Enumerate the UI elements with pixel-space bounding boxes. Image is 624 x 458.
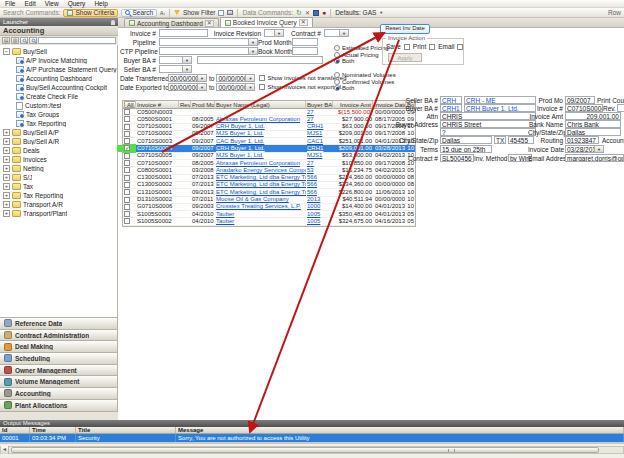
grid-header-prod-mo[interactable]: Prod Mo <box>191 101 215 109</box>
radio-icon[interactable] <box>334 79 340 85</box>
date-transferred-from-input[interactable]: 00/00/0000 <box>168 74 198 82</box>
show-not-exported-checkbox[interactable] <box>259 84 265 90</box>
tree-folder-netting[interactable]: +Netting <box>0 164 117 173</box>
show-filter-label[interactable]: Show Filter <box>183 9 216 16</box>
buyer-name-link[interactable]: ETC Marketing, Ltd dba Energy Transfer <box>216 189 306 195</box>
refresh-icon[interactable]: ↻ <box>296 10 302 16</box>
tree-folder-tax-reporting[interactable]: +Tax Reporting <box>0 191 117 200</box>
row-checkbox[interactable] <box>124 211 130 217</box>
chevron-down-icon[interactable]: ▼ <box>198 83 207 91</box>
tree-folder-s-j[interactable]: +S/J <box>0 173 117 182</box>
menu-item-view[interactable]: View <box>45 0 59 7</box>
search-button[interactable]: Search <box>121 9 157 17</box>
row-checkbox[interactable] <box>124 189 130 195</box>
routing-input[interactable]: 01923847 <box>565 136 599 144</box>
row-checkbox[interactable] <box>124 167 130 173</box>
buyer-name-detail-value[interactable]: CRH Buyer 1, Ltd. <box>464 104 536 112</box>
expand-all-button[interactable]: ▥ <box>11 37 19 44</box>
select-all-button[interactable]: All <box>124 101 136 108</box>
expand-expander-icon[interactable]: + <box>3 183 10 190</box>
output-header-title[interactable]: Title <box>76 427 176 433</box>
menu-item-help[interactable]: Help <box>94 0 107 7</box>
chevron-down-icon[interactable]: ▼ <box>340 29 349 37</box>
contract-detail-input[interactable]: SL500456 <box>440 154 474 162</box>
tree-item-accounting-dashboard[interactable]: Accounting Dashboard <box>0 74 117 83</box>
table-row[interactable]: S1005S000204/2010Tauber1005$324,675.0004… <box>123 218 415 225</box>
buyer-name-link[interactable]: MJS Buyer 1, Ltd. <box>216 152 264 158</box>
prod-month-input[interactable] <box>292 38 318 46</box>
tree-item-buy-sell-accounting-cockpit[interactable]: Buy/Sell Accounting Cockpit <box>0 83 117 92</box>
tree-folder-deals[interactable]: +Deals <box>0 146 117 155</box>
row-checkbox[interactable] <box>124 175 130 181</box>
scroll-left-arrow-icon[interactable]: ◄ <box>1 446 9 454</box>
prod-mo-detail-input[interactable]: 09/2007 <box>565 96 595 104</box>
terms-input[interactable]: 15 due on 25th <box>440 145 492 153</box>
buyer-ba-link[interactable]: 27 <box>307 109 314 115</box>
collapse-all-button[interactable]: ▤ <box>2 37 10 44</box>
tree-root-buy-sell[interactable]: −Buy/Sell <box>0 47 117 56</box>
buyer-ba-link[interactable]: 566 <box>307 181 317 187</box>
buyer-ba-link[interactable]: CRH1 <box>307 145 323 151</box>
book-month-input[interactable] <box>292 47 318 55</box>
close-icon[interactable]: ✕ <box>299 19 308 26</box>
buyer-address2-input[interactable]: ? <box>440 128 536 136</box>
expand-expander-icon[interactable]: + <box>3 201 10 208</box>
buyer-ba-link[interactable]: 566 <box>307 189 317 195</box>
tree-item-custom-test[interactable]: Custom:/test <box>0 101 117 110</box>
save-icon[interactable] <box>313 10 319 16</box>
buyer-ba-link[interactable]: 1000 <box>307 203 320 209</box>
radio-volume-nominated-volumes[interactable]: Nominated Volumes <box>334 72 396 79</box>
city-input[interactable]: Dallas <box>440 136 492 144</box>
invoice-revision-input[interactable] <box>264 29 275 37</box>
menu-item-edit[interactable]: Edit <box>24 0 35 7</box>
invoice-date-detail-input[interactable]: 03/28/2013 <box>565 145 595 153</box>
chevron-down-icon[interactable]: ▼ <box>246 74 255 82</box>
show-criteria-button[interactable]: Show Criteria <box>63 9 118 17</box>
grid-header-invoice-amt[interactable]: Invoice Amt <box>333 101 373 109</box>
buyer-ba-link[interactable]: 2013 <box>307 196 320 202</box>
tree-item-tax-reporting[interactable]: Tax Reporting <box>0 119 117 128</box>
radio-volume-both[interactable]: Both <box>334 85 396 92</box>
buyer-ba-link[interactable]: MJS1 <box>307 152 322 158</box>
buyer-ba-link[interactable]: 1005 <box>307 211 320 217</box>
chevron-down-icon[interactable]: ▼ <box>249 47 258 55</box>
buyer-name-link[interactable]: CRH Buyer 1, Ltd. <box>216 145 265 151</box>
output-header-time[interactable]: Time <box>30 427 76 433</box>
date-exported-from-input[interactable]: 00/00/0000 <box>168 83 198 91</box>
radio-pricing-both[interactable]: Both <box>334 58 389 65</box>
tree-item-a-p-invoice-matching[interactable]: A/P Invoice Matching <box>0 56 117 65</box>
state-input[interactable]: TX <box>494 136 506 144</box>
seller-name-detail-value[interactable]: CRH - ME <box>464 96 536 104</box>
buyer-ba-link[interactable]: 53 <box>307 167 314 173</box>
tree-item-a-p-purchase-statement-query[interactable]: A/P Purchase Statement Query <box>0 65 117 74</box>
save-checkbox[interactable] <box>404 44 410 50</box>
radio-pricing-estimated-pricing[interactable]: Estimated Pricing <box>334 45 389 52</box>
expand-expander-icon[interactable]: + <box>3 192 10 199</box>
radio-icon[interactable] <box>334 52 340 58</box>
buyer-ba-link[interactable]: 1005 <box>307 218 320 224</box>
invoice-detail-input[interactable]: C0710S0004 <box>565 104 603 112</box>
menu-item-query[interactable]: Query <box>68 0 86 7</box>
export-document-icon[interactable] <box>218 10 224 16</box>
output-header-id[interactable]: Id <box>0 427 30 433</box>
tree-folder-buy-sell-a-r[interactable]: +Buy/Sell A/R <box>0 137 117 146</box>
radio-icon[interactable] <box>334 58 340 64</box>
grid-header-buyer-name-legal[interactable]: Buyer Name (Legal) <box>215 101 306 109</box>
print-checkbox[interactable] <box>429 44 435 50</box>
filter-funnel-icon[interactable] <box>174 10 180 15</box>
expand-expander-icon[interactable]: + <box>3 156 10 163</box>
tree-item-tax-groups[interactable]: Tax Groups <box>0 110 117 119</box>
bank-name-input[interactable]: Chris Bank <box>565 120 621 128</box>
email-checkbox[interactable] <box>457 44 463 50</box>
buyer-ba-link[interactable]: 566 <box>307 174 317 180</box>
row-checkbox[interactable] <box>124 138 130 144</box>
row-checkbox[interactable] <box>124 182 130 188</box>
grid-header-buyer-ba[interactable]: Buyer BA # <box>306 101 333 109</box>
output-message-row[interactable]: 00001 03:03:34 PM Security Sorry, You ar… <box>0 434 624 442</box>
buyer-name-link[interactable]: Crosstex Treating Services, L.P. <box>216 203 301 209</box>
buyer-name-link[interactable]: Anadarko Energy Services Company <box>216 167 306 173</box>
grid-header-invoice[interactable]: Invoice # <box>136 101 179 109</box>
tree-folder-invoices[interactable]: +Invoices <box>0 155 117 164</box>
accordion-plant-allocations[interactable]: Plant Allocations <box>0 399 118 412</box>
buyer-name-link[interactable]: Tauber <box>216 211 234 217</box>
